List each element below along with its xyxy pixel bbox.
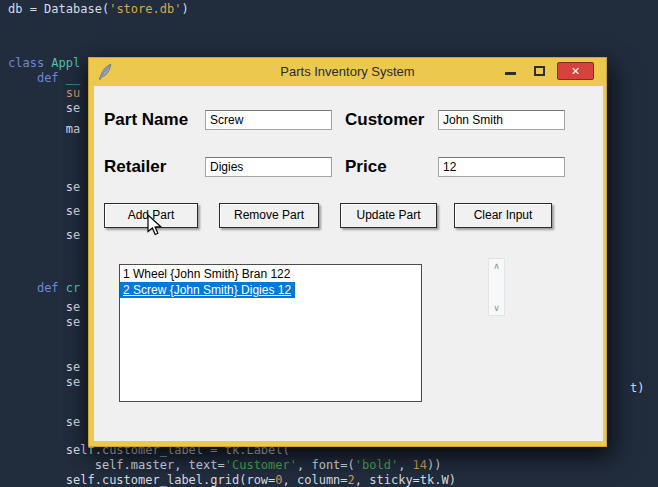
parts-inventory-window: Parts Inventory System ✕ Part Name Custo… — [88, 57, 607, 447]
code-line: se — [8, 180, 80, 195]
listbox-scrollbar[interactable]: ∧ ∨ — [488, 258, 505, 316]
window-controls: ✕ — [499, 62, 594, 80]
price-label: Price — [345, 157, 387, 177]
clear-input-button[interactable]: Clear Input — [454, 203, 552, 228]
scrollbar-down-icon[interactable]: ∨ — [489, 301, 504, 315]
part-name-input[interactable] — [205, 110, 332, 130]
part-name-label: Part Name — [104, 110, 188, 130]
code-line: self.customer_label.grid(row=0, column=2… — [8, 473, 456, 487]
customer-input[interactable] — [438, 110, 565, 130]
code-line: db = Database('store.db') — [8, 2, 189, 17]
list-item[interactable]: 1 Wheel {John Smith} Bran 122 — [120, 266, 421, 282]
screen: db = Database('store.db')class Appl def … — [0, 0, 658, 487]
maximize-button[interactable] — [528, 62, 550, 79]
code-line: self.master, text='Customer', font=('bol… — [8, 458, 442, 473]
code-line: ma — [8, 122, 80, 137]
code-line: se — [8, 101, 80, 116]
code-line: se — [8, 315, 80, 330]
code-line: se — [8, 300, 80, 315]
retailer-input[interactable] — [205, 157, 332, 177]
code-line: se — [8, 360, 80, 375]
retailer-label: Retailer — [104, 157, 166, 177]
code-line: su — [8, 86, 80, 101]
minimize-button[interactable] — [499, 62, 521, 79]
code-line: def cr — [8, 281, 80, 296]
titlebar[interactable]: Parts Inventory System ✕ — [89, 58, 606, 86]
mouse-cursor-icon — [147, 214, 163, 241]
code-line: class Appl — [8, 56, 80, 71]
minimize-icon — [505, 72, 516, 75]
dialog-client-area: Part Name Customer Retailer Price Add Pa… — [94, 86, 603, 441]
code-line: se — [8, 204, 80, 219]
customer-label: Customer — [345, 110, 424, 130]
code-line: se — [8, 375, 80, 390]
code-line: se — [8, 415, 80, 430]
parts-listbox[interactable]: 1 Wheel {John Smith} Bran 122 2 Screw {J… — [119, 264, 422, 402]
scrollbar-up-icon[interactable]: ∧ — [489, 259, 504, 273]
list-item[interactable]: 2 Screw {John Smith} Digies 12 — [120, 282, 295, 298]
remove-part-button[interactable]: Remove Part — [219, 203, 319, 228]
code-line: def __ — [8, 71, 80, 86]
maximize-icon — [534, 66, 545, 76]
update-part-button[interactable]: Update Part — [340, 203, 437, 228]
price-input[interactable] — [438, 157, 565, 177]
code-line: t) — [630, 381, 644, 396]
code-line: se — [8, 228, 80, 243]
close-button[interactable]: ✕ — [557, 62, 594, 80]
